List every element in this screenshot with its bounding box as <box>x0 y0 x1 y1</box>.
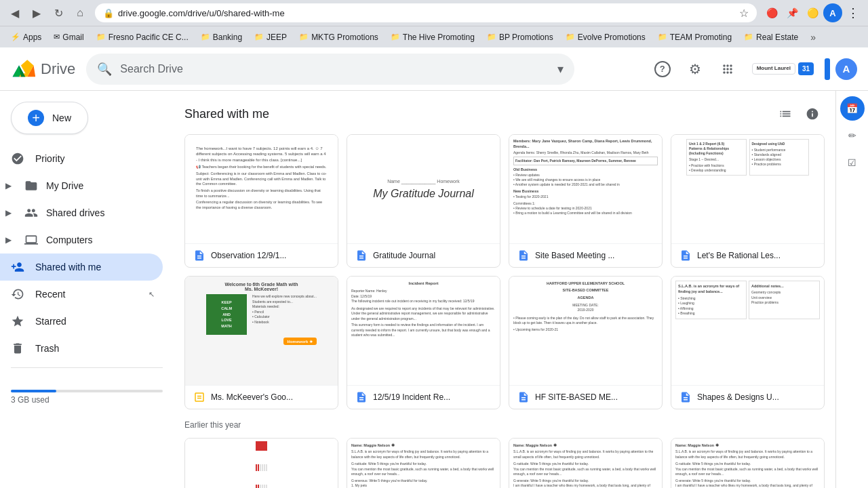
sidebar-item-priority[interactable]: Priority <box>0 145 163 172</box>
info-button[interactable] <box>800 102 825 126</box>
bookmark-gmail-label: Gmail <box>62 33 83 42</box>
drive-logo-icon <box>11 57 35 81</box>
refresh-button[interactable]: ↻ <box>49 3 68 22</box>
bookmark-mktg[interactable]: 📁 MKTG Promotions <box>294 31 384 43</box>
bookmark-evolve[interactable]: 📁 Evolve Promotions <box>560 31 651 43</box>
bookmark-star-icon[interactable]: ☆ <box>739 7 749 20</box>
file-preview-mckeever: Welcome to 6th Grade Math withMs. McKeev… <box>185 277 338 385</box>
recent-icon <box>11 287 24 301</box>
file-card-site-based[interactable]: Members: Mary Jane Vazquez, Sharon Camp,… <box>509 134 663 268</box>
file-card-early2[interactable]: Name: Maggie Nelson ✱ S.L.A.B. is an acr… <box>347 438 500 488</box>
file-preview-site-based: Members: Mary Jane Vazquez, Sharon Camp,… <box>509 135 662 243</box>
sidebar-item-computers[interactable]: ▶ Computers <box>0 226 163 253</box>
page-title: Shared with me <box>184 107 269 121</box>
mount-laurel-text: Mount Laurel <box>752 63 795 74</box>
doc-icon-rational <box>679 249 692 262</box>
file-name-hf-site: HF SITE-BASED ME... <box>535 392 654 402</box>
extension-icon-1[interactable]: 🔴 <box>762 3 781 22</box>
file-footer-site-based: Site Based Meeting ... <box>509 243 662 267</box>
file-preview-early4: Name: Maggie Nelson ✱ S.L.A.B. is an acr… <box>671 439 824 488</box>
search-dropdown-icon[interactable]: ▾ <box>557 62 564 77</box>
file-footer-observation: Observation 12/9/1... <box>185 243 338 267</box>
bookmark-bp[interactable]: 📁 BP Promotions <box>481 31 559 43</box>
file-card-gratitude[interactable]: Name _____________ Homework My Gratitude… <box>347 134 500 268</box>
file-footer-hf-site: HF SITE-BASED ME... <box>509 385 662 409</box>
storage-bar-fill <box>11 390 56 392</box>
settings-button[interactable]: ⚙ <box>682 56 709 83</box>
keep-panel-button[interactable]: ✏ <box>840 123 865 148</box>
sidebar-item-trash[interactable]: Trash <box>0 335 163 362</box>
file-card-mckeever[interactable]: Welcome to 6th Grade Math withMs. McKeev… <box>184 276 338 409</box>
drive-logo[interactable]: Drive <box>11 57 75 81</box>
keep-calm-box: KEEPCALMANDLOVEMATH <box>206 294 247 335</box>
bookmark-hive-label: The Hive Promoting <box>403 33 475 42</box>
my-drive-icon <box>24 179 38 192</box>
doc-icon-site-based <box>517 249 530 262</box>
new-plus-icon: + <box>28 110 44 126</box>
file-card-shapes[interactable]: S.L.A.B. is an acronym for ways of findi… <box>671 276 825 409</box>
file-card-observation[interactable]: The homework...I want to have 7 subjects… <box>184 134 338 268</box>
home-button[interactable]: ⌂ <box>71 3 90 22</box>
list-view-button[interactable] <box>773 102 797 126</box>
storage-section: 3 GB used <box>0 373 174 410</box>
user-avatar[interactable]: A <box>835 58 857 80</box>
file-card-hf-site[interactable]: HARTFORD UPPER ELEMENTARY SCHOOL SITE-BA… <box>509 276 663 409</box>
folder-icon-banking: 📁 <box>201 33 210 41</box>
address-bar[interactable]: 🔒 drive.google.com/drive/u/0/shared-with… <box>95 3 757 22</box>
file-card-incident[interactable]: Incident Report Reporter Name: Henley Da… <box>347 276 500 409</box>
back-button[interactable]: ◀ <box>5 3 24 22</box>
file-card-early4[interactable]: Name: Maggie Nelson ✱ S.L.A.B. is an acr… <box>671 438 825 488</box>
list-view-icon <box>778 107 792 121</box>
shared-with-me-icon <box>11 260 24 274</box>
file-name-shapes: Shapes & Designs U... <box>697 392 816 402</box>
sidebar-item-starred[interactable]: Starred <box>0 308 163 335</box>
bookmark-jeep[interactable]: 📁 JEEP <box>249 31 292 43</box>
bookmark-apps[interactable]: ⚡ Apps <box>5 31 47 43</box>
sidebar-item-shared-drives-label: Shared drives <box>46 207 104 218</box>
folder-icon-team: 📁 <box>658 33 667 41</box>
bookmark-banking[interactable]: 📁 Banking <box>195 31 248 43</box>
app-container: Drive 🔍 ▾ ? ⚙ Mount <box>0 47 868 488</box>
help-button[interactable]: ? <box>649 56 676 83</box>
bookmark-fresno[interactable]: 📁 Fresno Pacific CE C... <box>91 31 194 43</box>
file-card-rational[interactable]: Unit 1 & 2 Report (6.5)Patterns & Relati… <box>671 134 825 268</box>
suggested-files-grid: The homework...I want to have 7 subjects… <box>184 134 825 409</box>
mount-laurel-logo: Mount Laurel 31 <box>752 62 814 75</box>
trash-icon <box>11 342 24 355</box>
file-preview-early3: Name: Maggie Nelson ✱ S.L.A.B. is an acr… <box>509 439 662 488</box>
extension-icon-3[interactable]: 🟡 <box>803 3 822 22</box>
bookmarks-expand-button[interactable]: » <box>808 30 818 44</box>
sidebar-item-recent[interactable]: Recent ↖ <box>0 281 163 308</box>
view-options <box>773 102 825 126</box>
bookmark-gmail[interactable]: ✉ Gmail <box>48 31 89 43</box>
earlier-files-grid: Gratitude Journal Name: Maggie Nelson ✱ … <box>184 438 825 488</box>
sidebar-item-shared-drives[interactable]: ▶ Shared drives <box>0 199 163 226</box>
file-footer-gratitude: Gratitude Journal <box>347 243 500 267</box>
sidebar-item-shared-with-me[interactable]: Shared with me <box>0 253 163 281</box>
doc-icon-shapes <box>679 391 692 403</box>
cursor-indicator: ↖ <box>149 290 155 299</box>
tasks-panel-button[interactable]: ☑ <box>840 150 865 175</box>
file-card-early1[interactable]: Gratitude Journal <box>184 438 338 488</box>
sidebar: + New Priority ▶ My Drive ▶ Shared drive… <box>0 91 174 488</box>
file-name-gratitude: Gratitude Journal <box>373 251 492 260</box>
file-card-early3[interactable]: Name: Maggie Nelson ✱ S.L.A.B. is an acr… <box>509 438 663 488</box>
search-input[interactable] <box>120 63 549 75</box>
apps-button[interactable] <box>714 56 741 83</box>
profile-button[interactable]: A <box>823 3 842 22</box>
browser-menu-button[interactable]: ⋮ <box>844 3 863 22</box>
new-button[interactable]: + New <box>11 102 88 134</box>
file-preview-incident: Incident Report Reporter Name: Henley Da… <box>347 277 500 385</box>
file-name-incident: 12/5/19 Incident Re... <box>373 392 492 402</box>
bookmark-realestate[interactable]: 📁 Real Estate <box>738 31 804 43</box>
sidebar-item-my-drive[interactable]: ▶ My Drive <box>0 172 163 199</box>
homework-badge: Homework ★ <box>283 338 317 345</box>
file-footer-incident: 12/5/19 Incident Re... <box>347 385 500 409</box>
search-input-wrap: 🔍 ▾ <box>86 54 574 85</box>
bookmark-team[interactable]: 📁 TEAM Promoting <box>652 31 737 43</box>
forward-button[interactable]: ▶ <box>27 3 46 22</box>
computers-expand-icon: ▶ <box>5 235 16 245</box>
bookmark-hive[interactable]: 📁 The Hive Promoting <box>385 31 480 43</box>
calendar-panel-button[interactable]: 📅 <box>840 96 865 121</box>
extension-icon-2[interactable]: 📌 <box>783 3 802 22</box>
